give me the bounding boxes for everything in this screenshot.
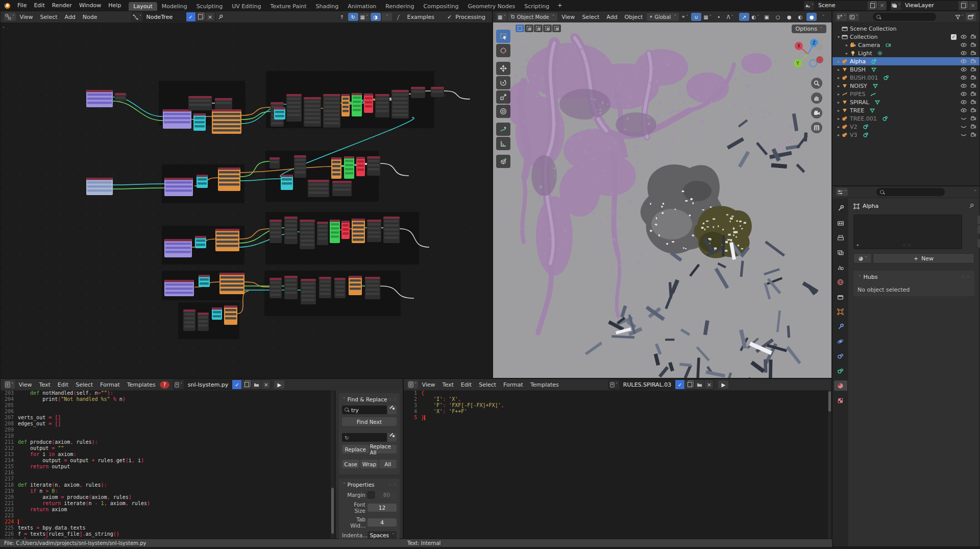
workspace-tab-uv-editing[interactable]: UV Editing: [227, 2, 265, 11]
node-dark[interactable]: [188, 96, 212, 110]
workspace-tab-sculpting[interactable]: Sculpting: [192, 2, 227, 11]
tool-scale-button[interactable]: [496, 90, 510, 104]
tab-width-value[interactable]: 4: [368, 518, 397, 527]
overlay-dropdown-icon[interactable]: ˅: [382, 13, 392, 21]
text-menu-view[interactable]: View: [419, 381, 439, 388]
viewlayer-name[interactable]: ViewLayer: [901, 2, 958, 9]
blender-logo-icon[interactable]: [3, 2, 11, 9]
node-dark[interactable]: [319, 277, 331, 298]
properties-tab-data-icon[interactable]: [834, 366, 847, 376]
shading-wireframe-icon[interactable]: ○: [773, 13, 783, 21]
text-menu-edit[interactable]: Edit: [457, 381, 475, 388]
node-dark[interactable]: [431, 87, 444, 97]
properties-tab-scene-icon[interactable]: [834, 262, 847, 272]
node-dark[interactable]: [270, 157, 280, 169]
snap-settings-icon[interactable]: ▦˅: [702, 13, 713, 21]
outliner-row-pipes[interactable]: ▸PIPES: [832, 90, 979, 98]
node-dark[interactable]: [215, 98, 232, 109]
outliner-item-label[interactable]: TREE.001: [850, 115, 877, 122]
workspace-tab-shading[interactable]: Shading: [311, 2, 344, 11]
node-red[interactable]: [356, 157, 365, 176]
outliner-row-collection[interactable]: ▾Collection✓: [832, 33, 979, 41]
disclosure-closed-icon[interactable]: ▸: [836, 125, 842, 129]
node-green[interactable]: [352, 93, 362, 116]
code-area-left[interactable]: 203 def notHandled(self, n=""):204 print…: [1, 390, 330, 538]
node-dark[interactable]: [300, 220, 315, 249]
outliner-row-scene collection[interactable]: Scene Collection: [832, 25, 979, 33]
node-dark[interactable]: [286, 94, 302, 122]
node-orange[interactable]: [352, 219, 365, 243]
breadcrumb-object-name[interactable]: Alpha: [863, 203, 878, 209]
remove-slot-button[interactable]: −: [977, 225, 980, 234]
node-cyan[interactable]: [199, 275, 210, 287]
editor-type-text-icon[interactable]: ˅: [4, 380, 15, 389]
node-graph-canvas[interactable]: ‹: [1, 22, 492, 378]
disable-render-camera-icon[interactable]: [970, 50, 976, 56]
node-menu-node[interactable]: Node: [79, 14, 101, 20]
properties-tab-material-icon[interactable]: [834, 380, 847, 391]
menu-render[interactable]: Render: [48, 2, 76, 9]
node-link[interactable]: [380, 163, 409, 176]
node-green[interactable]: [330, 220, 340, 243]
node-dark[interactable]: [367, 220, 381, 242]
hide-viewport-eye-icon[interactable]: [961, 99, 967, 105]
margin-value[interactable]: 80: [377, 491, 397, 499]
browse-material-icon[interactable]: ˅: [853, 253, 872, 264]
orientation-select[interactable]: ⌖Global˅: [647, 13, 679, 21]
text-menu-edit[interactable]: Edit: [54, 381, 72, 388]
outliner-row-bush-001[interactable]: ▸BUSH.001: [832, 74, 979, 82]
tool-add-cube-button[interactable]: [496, 155, 510, 168]
hubs-grip[interactable]: ∷ ∷: [962, 275, 970, 279]
node-dark[interactable]: [284, 276, 298, 299]
text-copy-button[interactable]: [241, 380, 251, 389]
tool-move-button[interactable]: [496, 62, 510, 75]
node-dark[interactable]: [294, 155, 306, 178]
replace-eyedropper-icon[interactable]: [387, 433, 397, 442]
workspace-tab-compositing[interactable]: Compositing: [419, 2, 463, 11]
shading-material-icon[interactable]: ◐: [795, 13, 805, 21]
run-script-button[interactable]: ▶: [718, 380, 728, 389]
outliner-row-camera[interactable]: ▸Camera: [832, 41, 979, 49]
node-red[interactable]: [364, 93, 373, 113]
outliner-search-input[interactable]: [873, 13, 936, 21]
disable-render-camera-icon[interactable]: [970, 83, 976, 89]
node-link[interactable]: [444, 91, 470, 99]
find-replace-title[interactable]: Find & Replace: [348, 396, 387, 402]
outliner-row-tree-001[interactable]: ▸TREE.001: [832, 114, 979, 123]
menu-help[interactable]: Help: [105, 2, 125, 9]
node-orange[interactable]: [215, 229, 239, 251]
properties-tab-collection-icon[interactable]: [834, 292, 847, 302]
show-gizmo-icon[interactable]: ↗: [739, 13, 749, 21]
outliner-item-label[interactable]: Collection: [850, 34, 877, 40]
processing-label[interactable]: Processing: [452, 14, 489, 20]
pin-id-icon[interactable]: [969, 203, 974, 209]
margin-checkbox[interactable]: [368, 491, 375, 498]
new-material-button[interactable]: +New: [873, 253, 974, 264]
node-green[interactable]: [344, 156, 354, 179]
menu-file[interactable]: File: [14, 2, 30, 9]
examples-menu[interactable]: Examples: [404, 14, 438, 20]
properties-options-icon[interactable]: ˅: [974, 189, 977, 195]
tool-annotate-button[interactable]: [496, 123, 510, 136]
editor-type-node-icon[interactable]: ˅: [4, 13, 16, 21]
node-purple[interactable]: [164, 239, 192, 257]
disclosure-closed-icon[interactable]: ▸: [836, 116, 842, 121]
overlays-icon[interactable]: ◐˅: [750, 13, 761, 21]
hide-viewport-eye-icon[interactable]: [961, 75, 967, 81]
text-menu-select[interactable]: Select: [475, 381, 500, 388]
node-dark[interactable]: [301, 279, 316, 304]
disable-render-camera-icon[interactable]: [970, 66, 976, 73]
node-cyan[interactable]: [281, 175, 293, 190]
shading-solid-icon[interactable]: ●: [784, 13, 794, 21]
pivot-point-icon[interactable]: ⌖˅: [680, 13, 690, 21]
text-copy-button[interactable]: [684, 380, 694, 389]
scene-copy-button[interactable]: [867, 1, 877, 10]
collection-checkbox[interactable]: ✓: [951, 34, 957, 40]
hubs-title[interactable]: Hubs: [864, 274, 878, 280]
node-dark[interactable]: [411, 87, 425, 98]
text-properties-title[interactable]: Properties: [348, 482, 375, 488]
node-dark[interactable]: [198, 313, 209, 331]
text-menu-select[interactable]: Select: [72, 381, 96, 388]
text-unlink-button[interactable]: ×: [704, 380, 714, 389]
proportional-falloff-icon[interactable]: Λ˅: [725, 13, 735, 21]
